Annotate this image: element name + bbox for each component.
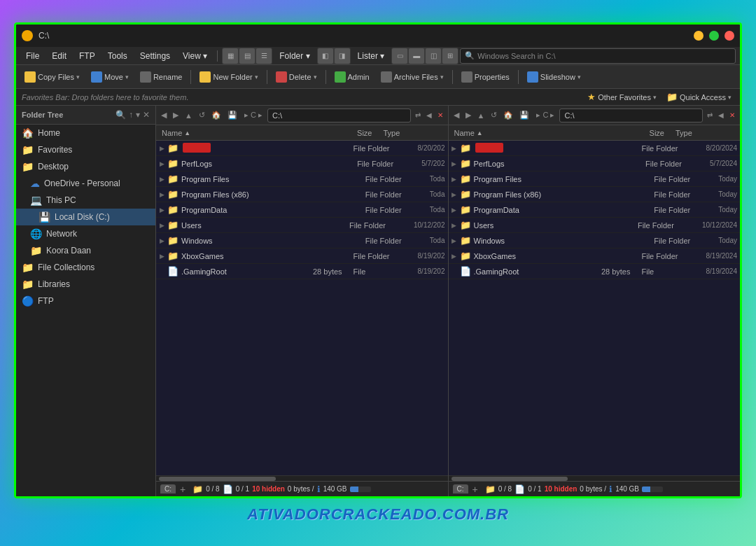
table-row[interactable]: ▶ 📁 File Folder 8/20/202 <box>156 141 448 156</box>
left-col-type[interactable]: Type <box>378 129 448 137</box>
table-row[interactable]: 📄 .GamingRoot 28 bytes File 8/19/202 <box>156 264 448 279</box>
left-address-box[interactable]: C:\ <box>267 108 411 122</box>
left-refresh-button[interactable]: ↺ <box>197 109 207 121</box>
right-drives-button[interactable]: 💾 <box>517 109 531 121</box>
sidebar-item-favorites[interactable]: 📁 Favorites <box>16 141 155 158</box>
right-forward-button[interactable]: ▶ <box>463 109 473 121</box>
windows-search-box[interactable]: 🔍 Windows Search in C:\ <box>460 48 736 64</box>
right-scrollbar[interactable] <box>449 475 741 481</box>
sidebar-item-collections[interactable]: 📁 File Collections <box>16 259 155 276</box>
menu-separator <box>217 50 218 62</box>
menu-tools[interactable]: Tools <box>102 50 133 62</box>
left-col-size[interactable]: Size <box>329 129 378 137</box>
delete-button[interactable]: Delete ▾ <box>272 69 321 85</box>
right-close-pane-btn[interactable]: ✕ <box>727 111 737 120</box>
sidebar-item-network[interactable]: 🌐 Network <box>16 225 155 242</box>
properties-button[interactable]: Properties <box>457 69 514 85</box>
sidebar-item-desktop[interactable]: 📁 Desktop <box>16 158 155 175</box>
table-row[interactable]: ▶ 📁 Program Files (x86) File Folder Toda <box>156 187 448 202</box>
right-lock-btn[interactable]: ◀ <box>716 111 726 120</box>
table-row[interactable]: 📄 .GamingRoot 28 bytes File 8/19/2024 <box>449 264 741 279</box>
other-favorites-button[interactable]: ★ Other Favorites ▾ <box>584 91 659 103</box>
lister-icon-3[interactable]: ◫ <box>426 48 441 64</box>
close-button[interactable]: ✕ <box>724 31 734 41</box>
folder-icon-2[interactable]: ◨ <box>335 48 350 64</box>
right-home-button[interactable]: 🏠 <box>501 109 515 121</box>
right-add-tab-btn[interactable]: + <box>472 484 478 495</box>
folder-icon-1[interactable]: ◧ <box>318 48 333 64</box>
slideshow-button[interactable]: Slideshow ▾ <box>523 69 585 85</box>
right-col-type[interactable]: Type <box>670 129 740 137</box>
table-row[interactable]: ▶ 📁 Windows File Folder Today <box>449 233 741 248</box>
toolbar: Copy Files ▾ Move ▾ Rename New Folder ▾ … <box>16 65 740 89</box>
lister-icon-1[interactable]: ▭ <box>392 48 407 64</box>
sidebar-close-icon[interactable]: ✕ <box>143 110 150 120</box>
table-row[interactable]: ▶ 📁 Program Files (x86) File Folder Toda… <box>449 187 741 202</box>
sidebar-item-ftp[interactable]: 🔵 FTP <box>16 293 155 309</box>
menu-view[interactable]: View ▾ <box>177 50 213 62</box>
maximize-button[interactable]: □ <box>709 31 719 41</box>
right-back-button[interactable]: ◀ <box>451 109 461 121</box>
lister-icon-4[interactable]: ⊞ <box>442 48 458 64</box>
table-row[interactable]: ▶ 📁 XboxGames File Folder 8/19/2024 <box>449 248 741 264</box>
left-add-tab-btn[interactable]: + <box>180 484 186 495</box>
left-back-button[interactable]: ◀ <box>159 109 169 121</box>
table-row[interactable]: ▶ 📁 PerfLogs File Folder 5/7/202 <box>156 156 448 172</box>
right-sync-btn[interactable]: ⇄ <box>705 111 715 120</box>
search-placeholder: Windows Search in C:\ <box>477 52 555 60</box>
sidebar-item-onedrive[interactable]: ☁ OneDrive - Personal <box>16 175 155 192</box>
right-refresh-button[interactable]: ↺ <box>489 109 499 121</box>
right-col-size[interactable]: Size <box>621 129 670 137</box>
archive-button[interactable]: Archive Files ▾ <box>377 69 448 85</box>
menu-settings[interactable]: Settings <box>134 50 176 62</box>
table-row[interactable]: ▶ 📁 Windows File Folder Toda <box>156 233 448 248</box>
left-home-button[interactable]: 🏠 <box>209 109 223 121</box>
menu-lister[interactable]: Lister ▾ <box>352 50 391 62</box>
sidebar-search-icon[interactable]: 🔍 <box>115 110 126 120</box>
table-row[interactable]: ▶ 📁 Program Files File Folder Today <box>449 172 741 187</box>
sidebar-item-koora[interactable]: 📁 Koora Daan <box>16 242 155 259</box>
table-row[interactable]: ▶ 📁 ProgramData File Folder Today <box>449 202 741 218</box>
left-tab-c[interactable]: C: <box>160 484 176 493</box>
table-row[interactable]: ▶ 📁 Users File Folder 10/12/2024 <box>449 218 741 233</box>
left-scrollbar[interactable] <box>156 475 448 481</box>
menu-edit[interactable]: Edit <box>46 50 72 62</box>
left-forward-button[interactable]: ▶ <box>171 109 181 121</box>
sidebar-menu-icon[interactable]: ▾ <box>136 110 140 120</box>
rename-button[interactable]: Rename <box>136 69 187 85</box>
left-close-pane-btn[interactable]: ✕ <box>435 111 445 120</box>
menu-ftp[interactable]: FTP <box>74 50 101 62</box>
right-address-box[interactable]: C:\ <box>559 108 703 122</box>
view-icon-1[interactable]: ▦ <box>223 48 238 64</box>
left-col-name[interactable]: Name ▲ <box>156 129 329 137</box>
right-col-name[interactable]: Name ▲ <box>449 129 622 137</box>
copy-button[interactable]: Copy Files ▾ <box>20 69 84 85</box>
left-sync-btn[interactable]: ⇄ <box>413 111 423 120</box>
table-row[interactable]: ▶ 📁 File Folder 8/20/2024 <box>449 141 741 156</box>
menu-folder[interactable]: Folder ▾ <box>274 50 315 62</box>
view-icon-3[interactable]: ☰ <box>256 48 272 64</box>
right-up-button[interactable]: ▲ <box>475 110 487 121</box>
sidebar-item-home[interactable]: 🏠 Home <box>16 125 155 141</box>
sidebar-item-libraries[interactable]: 📁 Libraries <box>16 276 155 293</box>
left-up-button[interactable]: ▲ <box>183 110 195 121</box>
table-row[interactable]: ▶ 📁 ProgramData File Folder Toda <box>156 202 448 218</box>
sidebar-item-localdisk[interactable]: 💾 Local Disk (C:) <box>16 209 155 225</box>
table-row[interactable]: ▶ 📁 XboxGames File Folder 8/19/202 <box>156 248 448 264</box>
left-lock-btn[interactable]: ◀ <box>424 111 434 120</box>
minimize-button[interactable]: — <box>694 31 704 41</box>
table-row[interactable]: ▶ 📁 PerfLogs File Folder 5/7/2024 <box>449 156 741 172</box>
new-folder-button[interactable]: New Folder ▾ <box>195 69 262 85</box>
right-tab-c[interactable]: C: <box>453 484 468 493</box>
view-icon-2[interactable]: ▤ <box>239 48 255 64</box>
quick-access-button[interactable]: 📁 Quick Access ▾ <box>664 91 734 103</box>
admin-button[interactable]: Admin <box>330 69 374 85</box>
left-drives-button[interactable]: 💾 <box>225 109 239 121</box>
sidebar-sort-icon[interactable]: ↑ <box>129 110 133 120</box>
table-row[interactable]: ▶ 📁 Users File Folder 10/12/202 <box>156 218 448 233</box>
sidebar-item-thispc[interactable]: 💻 This PC <box>16 192 155 209</box>
table-row[interactable]: ▶ 📁 Program Files File Folder Toda <box>156 172 448 187</box>
lister-icon-2[interactable]: ▬ <box>409 48 424 64</box>
menu-file[interactable]: File <box>20 50 45 62</box>
move-button[interactable]: Move ▾ <box>87 69 133 85</box>
